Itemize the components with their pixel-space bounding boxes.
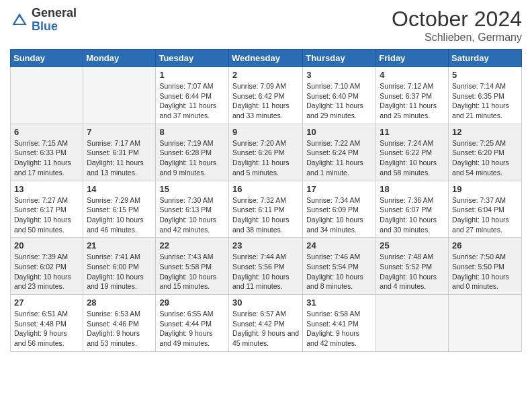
day-number: 20 [14, 240, 79, 250]
day-number: 12 [452, 127, 518, 137]
day-info: Sunrise: 7:12 AMSunset: 6:37 PMDaylight:… [380, 81, 445, 121]
calendar-cell: 20Sunrise: 7:39 AMSunset: 6:02 PMDayligh… [11, 238, 83, 295]
calendar-cell: 6Sunrise: 7:15 AMSunset: 6:33 PMDaylight… [11, 124, 83, 181]
calendar-cell [449, 295, 522, 352]
day-info: Sunrise: 7:22 AMSunset: 6:24 PMDaylight:… [306, 138, 372, 178]
calendar-cell: 13Sunrise: 7:27 AMSunset: 6:17 PMDayligh… [11, 181, 83, 238]
day-info: Sunrise: 7:29 AMSunset: 6:15 PMDaylight:… [87, 195, 152, 235]
day-info: Sunrise: 7:48 AMSunset: 5:52 PMDaylight:… [380, 252, 445, 291]
day-number: 21 [87, 240, 152, 250]
calendar-cell: 19Sunrise: 7:37 AMSunset: 6:04 PMDayligh… [449, 181, 522, 238]
calendar-cell: 10Sunrise: 7:22 AMSunset: 6:24 PMDayligh… [303, 124, 376, 181]
header: General Blue October 2024 Schlieben, Ger… [10, 7, 522, 44]
day-info: Sunrise: 6:51 AMSunset: 4:48 PMDaylight:… [14, 309, 79, 349]
day-info: Sunrise: 7:20 AMSunset: 6:26 PMDaylight:… [232, 138, 299, 178]
day-number: 2 [232, 70, 299, 80]
col-friday: Friday [376, 50, 449, 67]
calendar-cell: 15Sunrise: 7:30 AMSunset: 6:13 PMDayligh… [156, 181, 229, 238]
day-number: 27 [14, 298, 79, 308]
col-tuesday: Tuesday [156, 50, 229, 67]
day-number: 25 [380, 240, 445, 250]
calendar-cell: 4Sunrise: 7:12 AMSunset: 6:37 PMDaylight… [376, 67, 449, 124]
day-number: 3 [306, 70, 372, 80]
day-info: Sunrise: 7:15 AMSunset: 6:33 PMDaylight:… [14, 138, 79, 178]
day-info: Sunrise: 6:58 AMSunset: 4:41 PMDaylight:… [306, 309, 372, 349]
calendar-body: 1Sunrise: 7:07 AMSunset: 6:44 PMDaylight… [11, 67, 522, 352]
day-info: Sunrise: 7:27 AMSunset: 6:17 PMDaylight:… [14, 195, 79, 235]
calendar-week-1: 1Sunrise: 7:07 AMSunset: 6:44 PMDaylight… [11, 67, 522, 124]
day-info: Sunrise: 7:41 AMSunset: 6:00 PMDaylight:… [87, 252, 152, 291]
col-thursday: Thursday [303, 50, 376, 67]
day-info: Sunrise: 7:46 AMSunset: 5:54 PMDaylight:… [306, 252, 372, 291]
day-info: Sunrise: 7:37 AMSunset: 6:04 PMDaylight:… [452, 195, 518, 235]
calendar-cell: 7Sunrise: 7:17 AMSunset: 6:31 PMDaylight… [83, 124, 156, 181]
title-area: October 2024 Schlieben, Germany [392, 7, 522, 44]
col-wednesday: Wednesday [228, 50, 302, 67]
day-info: Sunrise: 7:50 AMSunset: 5:50 PMDaylight:… [452, 252, 518, 291]
day-number: 28 [87, 298, 152, 308]
day-number: 15 [159, 184, 225, 194]
calendar-cell [83, 67, 156, 124]
day-info: Sunrise: 7:25 AMSunset: 6:20 PMDaylight:… [452, 138, 518, 178]
calendar-cell: 16Sunrise: 7:32 AMSunset: 6:11 PMDayligh… [228, 181, 302, 238]
calendar-cell [376, 295, 449, 352]
day-info: Sunrise: 7:36 AMSunset: 6:07 PMDaylight:… [380, 195, 445, 235]
day-number: 31 [306, 298, 372, 308]
day-info: Sunrise: 7:32 AMSunset: 6:11 PMDaylight:… [232, 195, 299, 235]
calendar-cell: 28Sunrise: 6:53 AMSunset: 4:46 PMDayligh… [83, 295, 156, 352]
logo: General Blue [10, 7, 77, 34]
calendar-cell: 5Sunrise: 7:14 AMSunset: 6:35 PMDaylight… [449, 67, 522, 124]
day-info: Sunrise: 7:09 AMSunset: 6:42 PMDaylight:… [232, 81, 299, 121]
day-info: Sunrise: 6:55 AMSunset: 4:44 PMDaylight:… [159, 309, 225, 349]
calendar-week-4: 20Sunrise: 7:39 AMSunset: 6:02 PMDayligh… [11, 238, 522, 295]
day-number: 5 [452, 70, 518, 80]
calendar-cell: 12Sunrise: 7:25 AMSunset: 6:20 PMDayligh… [449, 124, 522, 181]
calendar-cell: 2Sunrise: 7:09 AMSunset: 6:42 PMDaylight… [228, 67, 302, 124]
day-info: Sunrise: 7:19 AMSunset: 6:28 PMDaylight:… [159, 138, 225, 178]
calendar-week-2: 6Sunrise: 7:15 AMSunset: 6:33 PMDaylight… [11, 124, 522, 181]
day-number: 13 [14, 184, 79, 194]
logo-text: General Blue [32, 7, 77, 34]
calendar-cell: 26Sunrise: 7:50 AMSunset: 5:50 PMDayligh… [449, 238, 522, 295]
location-title: Schlieben, Germany [392, 32, 522, 44]
day-number: 18 [380, 184, 445, 194]
calendar-week-5: 27Sunrise: 6:51 AMSunset: 4:48 PMDayligh… [11, 295, 522, 352]
calendar-cell: 8Sunrise: 7:19 AMSunset: 6:28 PMDaylight… [156, 124, 229, 181]
day-info: Sunrise: 7:07 AMSunset: 6:44 PMDaylight:… [159, 81, 225, 121]
calendar-cell: 1Sunrise: 7:07 AMSunset: 6:44 PMDaylight… [156, 67, 229, 124]
day-info: Sunrise: 6:57 AMSunset: 4:42 PMDaylight:… [232, 309, 299, 349]
calendar-cell: 18Sunrise: 7:36 AMSunset: 6:07 PMDayligh… [376, 181, 449, 238]
day-number: 16 [232, 184, 299, 194]
calendar-week-3: 13Sunrise: 7:27 AMSunset: 6:17 PMDayligh… [11, 181, 522, 238]
calendar-table: Sunday Monday Tuesday Wednesday Thursday… [10, 49, 522, 352]
day-number: 30 [232, 298, 299, 308]
calendar-cell: 9Sunrise: 7:20 AMSunset: 6:26 PMDaylight… [228, 124, 302, 181]
day-info: Sunrise: 7:17 AMSunset: 6:31 PMDaylight:… [87, 138, 152, 178]
day-number: 22 [159, 240, 225, 250]
calendar-cell: 17Sunrise: 7:34 AMSunset: 6:09 PMDayligh… [303, 181, 376, 238]
logo-icon [10, 11, 29, 30]
day-number: 1 [159, 70, 225, 80]
day-number: 6 [14, 127, 79, 137]
day-info: Sunrise: 7:24 AMSunset: 6:22 PMDaylight:… [380, 138, 445, 178]
calendar-cell: 3Sunrise: 7:10 AMSunset: 6:40 PMDaylight… [303, 67, 376, 124]
day-number: 17 [306, 184, 372, 194]
day-info: Sunrise: 7:44 AMSunset: 5:56 PMDaylight:… [232, 252, 299, 291]
day-number: 14 [87, 184, 152, 194]
calendar-cell: 21Sunrise: 7:41 AMSunset: 6:00 PMDayligh… [83, 238, 156, 295]
day-info: Sunrise: 7:39 AMSunset: 6:02 PMDaylight:… [14, 252, 79, 291]
day-number: 8 [159, 127, 225, 137]
calendar-cell: 22Sunrise: 7:43 AMSunset: 5:58 PMDayligh… [156, 238, 229, 295]
calendar-cell [11, 67, 83, 124]
day-info: Sunrise: 7:10 AMSunset: 6:40 PMDaylight:… [306, 81, 372, 121]
month-title: October 2024 [392, 7, 522, 32]
header-row: Sunday Monday Tuesday Wednesday Thursday… [11, 50, 522, 67]
col-sunday: Sunday [11, 50, 83, 67]
day-number: 11 [380, 127, 445, 137]
calendar-cell: 25Sunrise: 7:48 AMSunset: 5:52 PMDayligh… [376, 238, 449, 295]
calendar-cell: 29Sunrise: 6:55 AMSunset: 4:44 PMDayligh… [156, 295, 229, 352]
day-info: Sunrise: 7:14 AMSunset: 6:35 PMDaylight:… [452, 81, 518, 121]
day-number: 24 [306, 240, 372, 250]
calendar-cell: 23Sunrise: 7:44 AMSunset: 5:56 PMDayligh… [228, 238, 302, 295]
calendar-cell: 14Sunrise: 7:29 AMSunset: 6:15 PMDayligh… [83, 181, 156, 238]
